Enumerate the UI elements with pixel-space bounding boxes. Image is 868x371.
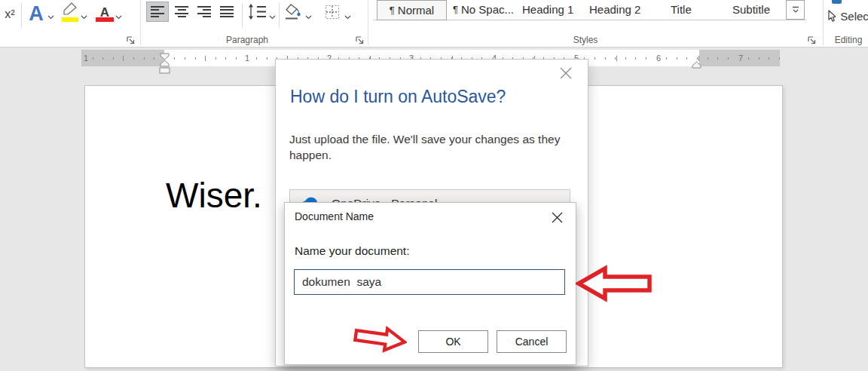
autosave-dialog-body: Just upload the file. We'll save your ch…: [289, 131, 574, 163]
editing-group-label: Editing: [830, 35, 867, 45]
divider: [242, 3, 243, 28]
styles-gallery-more-button[interactable]: [786, 0, 805, 20]
font-color-bar: [96, 17, 114, 22]
line-spacing-button[interactable]: [247, 3, 268, 21]
ruler-number: 1: [81, 54, 90, 63]
close-icon[interactable]: [559, 66, 573, 80]
style-item-normal[interactable]: ¶ Normal: [377, 0, 447, 20]
document-name-input[interactable]: [294, 269, 565, 295]
ruler-number: 1: [243, 54, 252, 63]
line-spacing-icon: [248, 4, 267, 20]
align-left-icon: [151, 6, 164, 18]
align-left-button[interactable]: [146, 2, 169, 22]
paint-bucket-icon: [285, 4, 301, 20]
align-center-button[interactable]: [170, 2, 193, 22]
superscript-icon: x²: [5, 8, 14, 21]
replace-icon: [832, 0, 842, 4]
borders-icon: [325, 5, 340, 20]
annotation-arrow-ok: [350, 317, 410, 363]
align-right-icon: [197, 6, 211, 18]
ribbon: x² A A: [0, 0, 868, 48]
cursor-arrow-icon: [827, 10, 836, 23]
text-effects-icon: A: [29, 2, 44, 25]
close-icon[interactable]: [551, 211, 564, 224]
pilcrow-icon: ¶: [453, 4, 458, 15]
font-color-button[interactable]: A: [93, 2, 116, 24]
annotation-arrow-input: [576, 265, 653, 305]
style-label: Normal: [398, 4, 434, 17]
left-indent-marker[interactable]: [159, 63, 170, 77]
ruler-number: 7: [736, 54, 745, 63]
ok-button[interactable]: OK: [418, 330, 488, 353]
document-name-dialog: Document Name Name your document: OK Can…: [284, 202, 576, 365]
ruler-number: 6: [654, 54, 663, 63]
chevron-down-icon[interactable]: [115, 9, 122, 23]
group-divider: [368, 0, 368, 45]
group-divider: [823, 0, 824, 45]
gallery-more-icon: [791, 5, 800, 14]
style-item-no-spacing[interactable]: ¶ No Spac...: [453, 0, 514, 19]
style-item-title[interactable]: Title: [671, 0, 692, 19]
style-item-heading2[interactable]: Heading 2: [589, 0, 640, 19]
chevron-down-icon[interactable]: [269, 9, 276, 23]
divider: [279, 3, 280, 28]
styles-gallery: ¶ Normal ¶ No Spac... Heading 1 Heading …: [373, 0, 806, 20]
select-label: Select: [840, 10, 868, 23]
group-divider: [140, 0, 141, 45]
highlighter-icon: [60, 2, 80, 24]
word-app-window: x² A A: [0, 0, 868, 371]
styles-dialog-launcher-icon[interactable]: [807, 35, 817, 44]
borders-button[interactable]: [322, 2, 342, 22]
style-label: Title: [671, 3, 692, 16]
justify-button[interactable]: [215, 2, 238, 22]
shading-button[interactable]: [283, 2, 303, 22]
document-name-dialog-title: Document Name: [295, 210, 374, 222]
font-dialog-launcher-icon[interactable]: [126, 35, 136, 44]
chevron-down-icon[interactable]: [47, 9, 54, 23]
divider: [21, 3, 22, 28]
paragraph-dialog-launcher-icon[interactable]: [355, 35, 365, 44]
paragraph-group-label: Paragraph: [209, 35, 285, 45]
pilcrow-icon: ¶: [390, 5, 395, 16]
chevron-down-icon[interactable]: [305, 9, 312, 23]
style-label: Heading 2: [589, 3, 640, 16]
document-body-text[interactable]: Wiser.: [166, 176, 262, 215]
text-highlight-button[interactable]: [60, 1, 81, 25]
align-right-button[interactable]: [193, 2, 215, 22]
style-item-heading1[interactable]: Heading 1: [522, 0, 573, 19]
justify-icon: [220, 6, 234, 18]
right-indent-marker[interactable]: [692, 58, 701, 72]
style-item-subtitle[interactable]: Subtitle: [732, 0, 770, 19]
style-label: No Spac...: [461, 3, 514, 16]
select-button[interactable]: Select: [827, 8, 868, 24]
name-your-document-label: Name your document:: [295, 244, 410, 258]
autosave-dialog-title: How do I turn on AutoSave?: [290, 87, 506, 107]
style-label: Heading 1: [522, 3, 573, 16]
superscript-button[interactable]: x²: [0, 5, 20, 24]
chevron-down-icon[interactable]: [81, 9, 87, 23]
styles-group-label: Styles: [559, 35, 612, 45]
style-label: Subtitle: [732, 3, 770, 16]
chevron-down-icon[interactable]: [344, 9, 351, 23]
cancel-button[interactable]: Cancel: [497, 330, 567, 353]
align-center-icon: [175, 6, 188, 18]
text-effects-button[interactable]: A: [25, 1, 47, 26]
